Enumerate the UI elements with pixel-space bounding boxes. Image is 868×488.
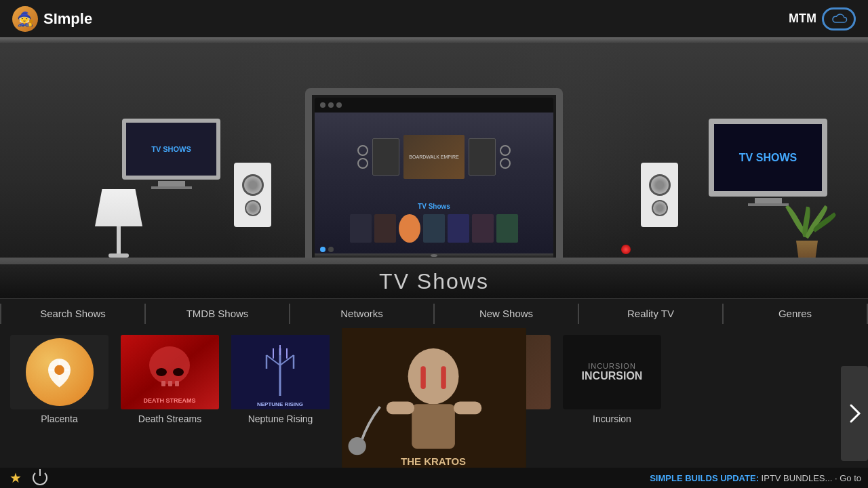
speaker-right <box>641 163 678 227</box>
nav-search-shows[interactable]: Search Shows <box>1 299 144 328</box>
nav-dot-active <box>320 247 326 252</box>
mtm-text: MTM <box>789 12 816 26</box>
tv-bottom-row <box>344 211 524 245</box>
lamp-body <box>117 226 121 253</box>
tv-thumb-main: BOARDWALK EMPIRE <box>403 135 465 179</box>
mini-thumb-6 <box>472 214 494 243</box>
tv-shows-label-inner: TV Shows <box>418 201 450 211</box>
lamp-shade <box>95 189 142 226</box>
tv-left-screen: TV SHOWS <box>126 123 216 176</box>
tv-left: TV SHOWS <box>122 119 220 197</box>
bottom-bar: ★ SIMPLE BUILDS UPDATE: IPTV BUNDLES... … <box>0 468 868 488</box>
speaker-left-box <box>234 163 271 227</box>
lamp <box>88 189 149 258</box>
mtm-badge: MTM <box>789 7 856 30</box>
speaker-right-box <box>641 163 678 227</box>
nav-bar: Search Shows TMDB Shows Networks New Sho… <box>0 298 868 328</box>
speaker-left <box>234 163 271 227</box>
room-scene: TV SHOWS TV SHOWS <box>0 37 868 278</box>
tv-right: TV SHOWS <box>709 119 827 214</box>
tv-shows-title: TV Shows <box>379 269 489 294</box>
tv-center-frame: BOARDWALK EMPIRE TV Shows <box>305 88 563 267</box>
speaker-circle-top-r <box>500 145 511 156</box>
content-area: Placenta D <box>0 328 868 468</box>
kratos-thumb: THE KRATOS <box>452 335 551 409</box>
tv-screen-top-bar <box>315 98 553 113</box>
plant <box>780 203 834 261</box>
tv-center-screen: BOARDWALK EMPIRE TV Shows <box>315 98 553 253</box>
svg-rect-47 <box>454 402 481 415</box>
tv-right-screen: TV SHOWS <box>714 124 822 191</box>
tv-nav-indicators <box>315 245 553 253</box>
tv-left-frame: TV SHOWS <box>122 119 220 180</box>
speaker-right-bottom <box>652 200 668 216</box>
mini-thumb-3 <box>399 214 420 243</box>
update-text: SIMPLE BUILDS UPDATE: IPTV BUNDLES... · … <box>56 473 861 483</box>
svg-text:THE KRATOS: THE KRATOS <box>401 455 466 467</box>
svg-rect-45 <box>412 404 455 449</box>
speaker-left-top <box>242 174 264 196</box>
svg-rect-46 <box>387 402 414 415</box>
app-logo: 🧙 SImple <box>12 6 92 32</box>
tv-center-dot <box>431 254 437 257</box>
cloud-icon[interactable] <box>822 7 856 30</box>
speaker-circle-bottom <box>357 158 368 169</box>
chevron-right-icon <box>848 403 861 424</box>
mini-thumb-5 <box>448 214 469 243</box>
tv-thumb-small-left <box>372 138 399 176</box>
speaker-right-top <box>649 174 671 196</box>
nav-dots <box>320 247 334 252</box>
dot-3 <box>336 102 342 108</box>
tv-center: BOARDWALK EMPIRE TV Shows <box>305 88 563 267</box>
nav-new-shows[interactable]: New Shows <box>435 299 578 328</box>
svg-point-42 <box>408 348 459 404</box>
mini-thumb-4 <box>423 214 445 243</box>
svg-rect-44 <box>441 366 446 389</box>
plant-leaves <box>780 203 834 244</box>
arrow-right-button[interactable] <box>841 366 868 461</box>
nav-genres[interactable]: Genres <box>724 299 867 328</box>
tv-thumb-small-right <box>469 138 496 176</box>
tv-screen-dots <box>320 102 342 108</box>
nav-reality-tv[interactable]: Reality TV <box>579 299 722 328</box>
kratos-art: THE KRATOS <box>0 328 868 468</box>
bottom-icons: ★ <box>7 469 49 487</box>
show-item-the-kratos[interactable]: THE KRATOS The kratos <box>452 335 551 424</box>
tv-right-frame: TV SHOWS <box>709 119 827 197</box>
power-icon <box>33 470 47 485</box>
mini-thumb-7 <box>496 214 518 243</box>
update-content: IPTV BUNDLES... · Go to <box>762 473 861 483</box>
update-label: SIMPLE BUILDS UPDATE: <box>650 473 759 483</box>
power-button[interactable] <box>31 469 49 487</box>
tv-speaker-sm-left <box>357 145 368 169</box>
top-bar: 🧙 SImple MTM <box>0 0 868 37</box>
red-dot-indicator <box>621 245 631 254</box>
tv-left-stand <box>158 181 185 186</box>
nav-tmdb-shows[interactable]: TMDB Shows <box>146 299 289 328</box>
wall-top <box>0 37 868 43</box>
nav-dot-1 <box>328 247 334 252</box>
app-name: SImple <box>43 10 92 28</box>
speaker-left-bottom <box>245 200 261 216</box>
speaker-circle-bottom-r <box>500 158 511 169</box>
tv-screen-content: BOARDWALK EMPIRE <box>315 113 553 201</box>
speaker-circle-top <box>357 145 368 156</box>
mini-thumb-1 <box>350 214 372 243</box>
dot-2 <box>328 102 334 108</box>
dot-1 <box>320 102 326 108</box>
star-icon: ★ <box>9 470 22 486</box>
tv-shows-section: TV Shows <box>0 264 868 298</box>
svg-point-48 <box>349 437 366 455</box>
tv-left-base <box>151 186 192 189</box>
tv-screen-inner: BOARDWALK EMPIRE TV Shows <box>315 98 553 253</box>
svg-rect-43 <box>420 366 425 389</box>
tv-right-stand <box>755 198 782 203</box>
tv-speaker-sm-right <box>500 145 511 169</box>
logo-icon: 🧙 <box>12 6 38 32</box>
nav-networks[interactable]: Networks <box>290 299 433 328</box>
favorites-button[interactable]: ★ <box>7 469 24 487</box>
mini-thumb-2 <box>374 214 396 243</box>
